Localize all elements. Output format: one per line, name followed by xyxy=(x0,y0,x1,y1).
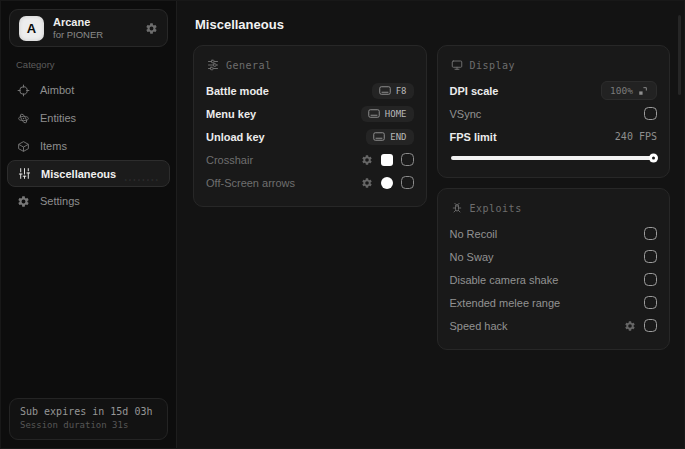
keybind-value: HOME xyxy=(385,109,407,119)
panel-columns: General Battle mode F8 Menu key xyxy=(193,45,670,350)
offscreen-color-swatch[interactable] xyxy=(381,177,393,189)
row-label: Menu key xyxy=(206,108,256,120)
disable-camera-shake-row: Disable camera shake xyxy=(450,268,658,291)
fps-slider[interactable] xyxy=(451,153,657,163)
no-recoil-row: No Recoil xyxy=(450,222,658,245)
exploits-panel-header: Exploits xyxy=(451,202,658,214)
extended-melee-range-row: Extended melee range xyxy=(450,291,658,314)
sliders-icon xyxy=(207,59,219,71)
crosshair-settings-gear-icon[interactable] xyxy=(361,154,373,166)
general-panel-header: General xyxy=(207,59,414,71)
fps-value: 240 FPS xyxy=(615,131,657,142)
sidebar-item-label: Items xyxy=(40,140,67,152)
keyboard-icon xyxy=(373,132,385,141)
row-label: Battle mode xyxy=(206,85,269,97)
app-window: A Arcane for PIONER Category Aimbot xyxy=(0,0,685,449)
row-label: No Sway xyxy=(450,251,494,263)
brand-text: Arcane for PIONER xyxy=(53,16,103,41)
row-label: No Recoil xyxy=(450,228,498,240)
scrollbar-thumb[interactable] xyxy=(678,15,681,95)
keybind-value: END xyxy=(390,132,406,142)
fps-limit-row: FPS limit 240 FPS xyxy=(450,125,658,148)
row-label: Extended melee range xyxy=(450,297,561,309)
crosshair-icon xyxy=(16,84,30,97)
no-recoil-checkbox[interactable] xyxy=(644,227,657,240)
keyboard-icon xyxy=(368,109,380,118)
keyboard-icon xyxy=(379,86,391,95)
dpi-scale-badge[interactable]: 100% xyxy=(601,81,657,100)
vsync-checkbox[interactable] xyxy=(644,107,657,120)
menu-key-row: Menu key HOME xyxy=(206,102,414,125)
sidebar-item-entities[interactable]: Entities xyxy=(1,104,176,132)
gear-icon xyxy=(16,195,30,208)
sub-expires-text: Sub expires in 15d 03h xyxy=(20,405,157,419)
offscreen-arrows-row: Off-Screen arrows xyxy=(206,171,414,194)
row-label: Off-Screen arrows xyxy=(206,177,295,189)
unload-key-row: Unload key END xyxy=(206,125,414,148)
fps-slider-knob[interactable] xyxy=(649,154,658,163)
crosshair-checkbox[interactable] xyxy=(401,153,414,166)
fps-slider-track[interactable] xyxy=(451,156,657,160)
exploits-panel: Exploits No Recoil No Sway Disable camer… xyxy=(437,188,671,350)
fps-slider-fill xyxy=(451,156,657,160)
sidebar-item-settings[interactable]: Settings xyxy=(1,187,176,215)
app-subtitle: for PIONER xyxy=(53,29,103,41)
sidebar-item-label: Settings xyxy=(40,195,80,207)
keybind-badge[interactable]: HOME xyxy=(361,106,414,122)
keybind-value: F8 xyxy=(396,86,407,96)
sidebar-item-items[interactable]: Items xyxy=(1,132,176,160)
sliders-vertical-icon xyxy=(17,167,31,180)
speed-hack-settings-gear-icon[interactable] xyxy=(624,320,636,332)
no-sway-row: No Sway xyxy=(450,245,658,268)
sidebar-nav: Aimbot Entities Items Miscellaneous ••• xyxy=(1,76,176,215)
speed-hack-row: Speed hack xyxy=(450,314,658,337)
sidebar-item-miscellaneous[interactable]: Miscellaneous •••••••• xyxy=(7,160,170,187)
brand-card: A Arcane for PIONER xyxy=(9,9,168,47)
settings-gear-icon[interactable] xyxy=(145,22,158,35)
dpi-scale-row: DPI scale 100% xyxy=(450,79,658,102)
bug-icon xyxy=(451,202,463,214)
dots-decoration: •••••••• xyxy=(124,176,160,183)
panel-title: Display xyxy=(470,60,516,71)
keybind-badge[interactable]: F8 xyxy=(372,83,414,99)
crosshair-row: Crosshair xyxy=(206,148,414,171)
speed-hack-checkbox[interactable] xyxy=(644,319,657,332)
battle-mode-row: Battle mode F8 xyxy=(206,79,414,102)
scale-icon xyxy=(638,86,648,96)
box-icon xyxy=(16,140,30,153)
no-sway-checkbox[interactable] xyxy=(644,250,657,263)
row-label: FPS limit xyxy=(450,131,497,143)
panel-title: General xyxy=(226,60,272,71)
row-label: VSync xyxy=(450,108,482,120)
display-panel-header: Display xyxy=(451,59,658,71)
app-logo: A xyxy=(19,16,44,41)
sidebar-item-label: Entities xyxy=(40,112,76,124)
offscreen-settings-gear-icon[interactable] xyxy=(361,177,373,189)
session-duration-text: Session duration 31s xyxy=(20,419,157,432)
logo-letter: A xyxy=(27,21,36,36)
monitor-icon xyxy=(451,59,463,71)
sidebar: A Arcane for PIONER Category Aimbot xyxy=(1,1,177,448)
category-label: Category xyxy=(16,59,176,70)
panel-title: Exploits xyxy=(470,203,522,214)
crosshair-color-swatch[interactable] xyxy=(381,154,393,166)
offscreen-arrows-checkbox[interactable] xyxy=(401,176,414,189)
row-label: Disable camera shake xyxy=(450,274,559,286)
dpi-value: 100% xyxy=(610,85,633,96)
keybind-badge[interactable]: END xyxy=(366,129,413,145)
display-panel: Display DPI scale 100% VSync xyxy=(437,45,671,178)
sidebar-item-aimbot[interactable]: Aimbot xyxy=(1,76,176,104)
row-label: DPI scale xyxy=(450,85,499,97)
atom-icon xyxy=(16,112,30,125)
app-name: Arcane xyxy=(53,16,103,29)
row-label: Speed hack xyxy=(450,320,508,332)
disable-camera-shake-checkbox[interactable] xyxy=(644,273,657,286)
vsync-row: VSync xyxy=(450,102,658,125)
sidebar-item-label: Miscellaneous xyxy=(41,168,116,180)
general-panel: General Battle mode F8 Menu key xyxy=(193,45,427,207)
page-title: Miscellaneous xyxy=(195,17,670,32)
row-label: Unload key xyxy=(206,131,265,143)
main-content: Miscellaneous General Battle mode xyxy=(177,1,684,448)
extended-melee-range-checkbox[interactable] xyxy=(644,296,657,309)
row-label: Crosshair xyxy=(206,154,253,166)
